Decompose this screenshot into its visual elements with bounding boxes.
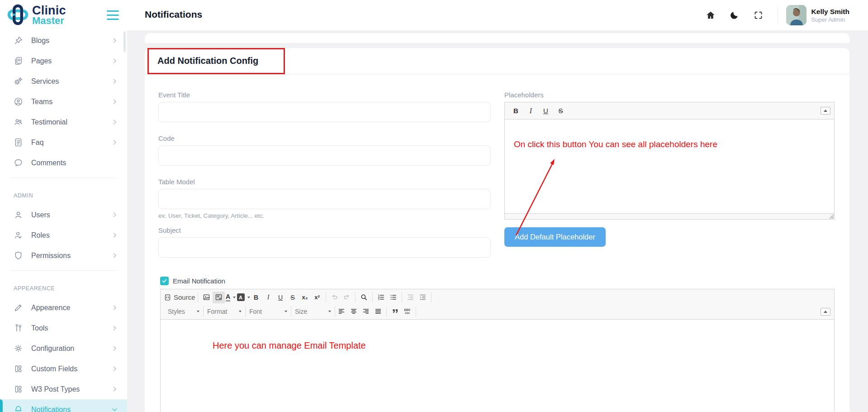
numbered-list-button[interactable] <box>375 292 387 303</box>
toolbar-separator <box>431 292 432 302</box>
placeholders-content-area[interactable]: On click this button You can see all pla… <box>505 120 834 213</box>
text-color-icon: A <box>226 293 230 302</box>
sidebar-item-label: Services <box>31 77 59 86</box>
chevron-down-icon <box>111 406 118 412</box>
resize-grip[interactable] <box>829 214 834 219</box>
bullet-list-button[interactable] <box>387 292 399 303</box>
sidebar-item-appearence[interactable]: Appearence <box>0 297 127 318</box>
toolbar-separator <box>198 292 198 302</box>
toolbar-separator <box>355 292 356 302</box>
sidebar-item-users[interactable]: Users <box>0 205 127 225</box>
bold-button[interactable]: B <box>250 292 262 303</box>
avatar-photo <box>786 5 806 25</box>
toolbar-collapse-button[interactable] <box>821 107 830 115</box>
comments-bubble-icon <box>14 158 23 168</box>
chevron-right-icon <box>111 57 118 64</box>
background-color-button[interactable]: A <box>237 292 250 303</box>
sidebar-toggle-button[interactable] <box>107 10 119 20</box>
source-button[interactable]: Source <box>164 292 195 303</box>
toolbar-collapse-button[interactable] <box>821 308 830 316</box>
sidebar-item-configuration[interactable]: Configuration <box>0 338 127 359</box>
find-button[interactable] <box>358 292 370 303</box>
sidebar-item-permissions[interactable]: Permissions <box>0 245 127 266</box>
size-dropdown[interactable]: Size <box>291 306 335 317</box>
sidebar-item-label: Custom Fields <box>31 365 77 373</box>
styles-dropdown[interactable]: Styles <box>164 306 203 317</box>
sidebar-item-roles[interactable]: Roles <box>0 225 127 245</box>
templates-button[interactable] <box>213 292 225 303</box>
sidebar-item-w3-post-types[interactable]: W3 Post Types <box>0 379 127 399</box>
clinic-master-logo-icon <box>7 4 28 25</box>
underline-button[interactable]: U <box>275 292 287 303</box>
event-title-label: Event Title <box>158 91 491 99</box>
brand-logo[interactable]: Clinic Master <box>7 4 66 25</box>
toolbar-separator <box>416 307 416 316</box>
user-name: Kelly Smith <box>811 7 849 16</box>
font-dropdown-label: Font <box>249 308 262 315</box>
fullscreen-button[interactable] <box>749 5 768 25</box>
superscript-button[interactable]: x² <box>311 292 323 303</box>
email-template-annotation: Here you can manage Email Template <box>213 340 366 350</box>
text-color-button[interactable]: A <box>225 292 237 303</box>
user-avatar[interactable] <box>786 5 806 25</box>
header-divider <box>778 6 778 24</box>
sidebar-item-label: Roles <box>31 231 50 240</box>
chevron-right-icon <box>111 325 118 331</box>
insert-image-button[interactable] <box>200 292 213 303</box>
event-title-input[interactable] <box>158 102 491 122</box>
sidebar-item-comments[interactable]: Comments <box>0 153 127 173</box>
source-code-icon <box>164 294 171 301</box>
subscript-button[interactable]: x₂ <box>299 292 311 303</box>
image-icon <box>203 293 210 301</box>
sidebar-item-notifications[interactable]: Notifications <box>0 399 127 412</box>
code-input[interactable] <box>158 145 491 166</box>
subject-input[interactable] <box>158 237 491 258</box>
align-left-button[interactable] <box>335 306 347 317</box>
sidebar-item-label: Tools <box>31 324 48 332</box>
add-default-placeholder-button[interactable]: Add Default Placeholder <box>504 227 606 247</box>
size-dropdown-label: Size <box>295 308 307 315</box>
sidebar-divider <box>11 177 116 178</box>
sidebar-item-teams[interactable]: Teams <box>0 91 127 112</box>
create-div-button[interactable]: DIV </> <box>401 306 413 317</box>
sidebar-item-custom-fields[interactable]: Custom Fields <box>0 359 127 379</box>
align-justify-button[interactable] <box>372 306 384 317</box>
check-icon <box>161 278 167 284</box>
increase-indent-button[interactable] <box>417 292 429 303</box>
testimonial-people-icon <box>14 117 23 127</box>
sidebar-item-faq[interactable]: Faq <box>0 132 127 153</box>
table-model-input[interactable] <box>158 189 491 209</box>
sidebar-item-testimonial[interactable]: Testimonial <box>0 112 127 132</box>
ordered-list-icon <box>377 293 385 301</box>
home-button[interactable] <box>701 5 721 25</box>
italic-button[interactable]: I <box>524 105 537 117</box>
sidebar-item-pages[interactable]: Pages <box>0 51 127 71</box>
email-notification-checkbox[interactable] <box>160 277 169 285</box>
sidebar-item-blogs[interactable]: Blogs <box>0 30 127 51</box>
decrease-indent-button[interactable] <box>404 292 417 303</box>
italic-button[interactable]: I <box>262 292 275 303</box>
source-button-label: Source <box>174 293 195 301</box>
sidebar-item-services[interactable]: Services <box>0 71 127 91</box>
align-right-button[interactable] <box>360 306 372 317</box>
email-template-editor: Source <box>160 289 835 412</box>
underline-button[interactable]: U <box>539 105 552 117</box>
strikethrough-button[interactable]: S <box>554 105 567 117</box>
chevron-right-icon <box>111 211 118 218</box>
undo-button[interactable] <box>328 292 341 303</box>
bold-button[interactable]: B <box>509 105 522 117</box>
sidebar-item-tools[interactable]: Tools <box>0 318 127 338</box>
font-dropdown[interactable]: Font <box>246 306 291 317</box>
email-editor-content-area[interactable]: Here you can manage Email Template <box>161 320 834 412</box>
faq-document-icon <box>14 138 23 147</box>
blockquote-button[interactable] <box>389 306 401 317</box>
template-icon <box>215 293 223 301</box>
dropdown-caret-icon <box>247 297 250 298</box>
strikethrough-button[interactable]: S <box>287 292 299 303</box>
sidebar-item-label: Blogs <box>31 37 49 45</box>
align-center-button[interactable] <box>347 306 360 317</box>
align-left-icon <box>338 308 345 315</box>
format-dropdown[interactable]: Format <box>204 306 245 317</box>
dark-mode-button[interactable] <box>725 5 745 25</box>
redo-button[interactable] <box>341 292 353 303</box>
